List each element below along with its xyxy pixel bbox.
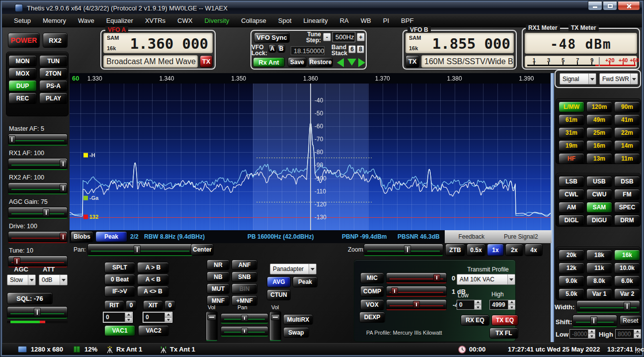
slider-master-af-5[interactable] (8, 134, 68, 146)
slider-thumb[interactable] (391, 287, 398, 295)
band-16m[interactable]: 16m (586, 140, 612, 151)
mic-slider[interactable] (386, 272, 447, 283)
tune-step-minus-button[interactable]: - (323, 33, 331, 41)
tx-fl-button[interactable]: TX FL (489, 328, 518, 339)
sql-slider[interactable] (7, 306, 68, 319)
slider-thumb[interactable] (43, 208, 50, 217)
zoom-0-5x[interactable]: 0.5x (467, 244, 485, 256)
tx-meter-mode-combo[interactable]: Fwd SWR (599, 73, 638, 85)
avg-button[interactable]: AVG (267, 276, 291, 287)
menu-wave[interactable]: Wave (72, 17, 100, 24)
save-button[interactable]: Save (288, 57, 307, 67)
vfo-b-tx-button[interactable]: TX (405, 55, 419, 68)
menu-collapse[interactable]: Collapse (235, 17, 272, 24)
center-button[interactable]: Center (191, 244, 214, 256)
blobs-button[interactable]: Blobs (71, 231, 93, 242)
chevron-down-icon[interactable] (588, 74, 596, 84)
dexp-button[interactable]: DEXP (359, 312, 385, 323)
tx-high-spinner[interactable]: 4999 (489, 300, 515, 310)
band-stack-6-button[interactable]: 6 (348, 45, 356, 53)
mute-button[interactable]: MUT (207, 283, 230, 294)
feedback-label[interactable]: Feedback (458, 233, 484, 240)
zoom-1x[interactable]: 1x (487, 244, 504, 256)
filter-var-2[interactable]: Var 2 (614, 288, 640, 299)
band-49m[interactable]: 49m (586, 114, 612, 125)
menu-spot[interactable]: Spot (272, 17, 298, 24)
swap-button[interactable]: Swap (283, 327, 309, 338)
band-22m[interactable]: 22m (614, 127, 640, 138)
mode-digl[interactable]: DIGL (559, 215, 584, 226)
menu-linearity[interactable]: Linearity (298, 17, 334, 24)
mode-drm[interactable]: DRM (614, 215, 640, 226)
slider-thumb[interactable] (404, 245, 411, 254)
restore-button[interactable]: Restore (308, 57, 333, 67)
spin-up-icon[interactable] (165, 313, 171, 318)
vfo-lock-a-button[interactable]: A (268, 44, 276, 53)
rx2-button[interactable]: RX2 (43, 33, 68, 48)
mode-cwu[interactable]: CWU (586, 189, 612, 200)
band-14m[interactable]: 14m (614, 140, 640, 151)
menu-wb[interactable]: WB (355, 17, 377, 24)
rit-button[interactable]: RIT (104, 300, 124, 310)
tx-low-spinner[interactable]: 0 (457, 300, 482, 310)
multirx-button[interactable]: MultiRX (283, 314, 313, 325)
ctl-mox[interactable]: MOX (8, 68, 37, 79)
menu-diversity[interactable]: Diversity (198, 17, 235, 24)
display-peak-button[interactable]: Peak (293, 276, 318, 287)
band-90m[interactable]: 90m (614, 101, 640, 112)
anf-button[interactable]: ANF (232, 260, 257, 270)
band-11m[interactable]: 11m (614, 153, 640, 164)
filter-11k[interactable]: 11k (586, 263, 612, 273)
vox-slider[interactable] (386, 299, 447, 310)
chevron-down-icon[interactable] (309, 264, 316, 274)
slider-thumb[interactable] (13, 257, 20, 266)
tx-eq-button[interactable]: TX EQ (491, 315, 518, 326)
rx2-pan-slider[interactable] (221, 326, 268, 337)
chevron-down-icon[interactable] (60, 275, 67, 285)
xit-button[interactable]: XIT (143, 300, 163, 310)
band-l-mw[interactable]: L/MW (559, 101, 584, 112)
minimize-button[interactable] (588, 1, 602, 10)
slider-thumb[interactable] (413, 301, 420, 308)
rx-eq-button[interactable]: RX EQ (461, 315, 489, 326)
menu-equalizer[interactable]: Equalizer (100, 17, 139, 24)
slider-thumb[interactable] (34, 308, 41, 317)
agc-combo[interactable]: Slow (7, 274, 36, 285)
mode-sam[interactable]: SAM (586, 202, 612, 213)
filter-16k[interactable]: 16k (614, 250, 640, 261)
mode-usb[interactable]: USB (586, 176, 612, 187)
if-to-v-button[interactable]: IF->V (104, 286, 135, 297)
slider-thumb[interactable] (8, 135, 15, 144)
vac2-button[interactable]: VAC2 (138, 325, 169, 336)
shift-reset-button[interactable]: Reset (620, 315, 642, 326)
band-41m[interactable]: 41m (614, 114, 640, 125)
filter-18k[interactable]: 18k (586, 250, 612, 261)
vfo-a-band-name[interactable]: Broadcast AM Med Wave (103, 55, 198, 68)
shift-slider[interactable] (572, 315, 617, 327)
rx-ant-button[interactable]: Rx Ant (253, 57, 285, 67)
ctl-mon[interactable]: MON (8, 55, 37, 67)
panadapter-spectrum[interactable] (70, 73, 552, 230)
filter-8-0k[interactable]: 8.0k (586, 275, 612, 286)
xit-value-button[interactable]: 0 (164, 300, 175, 310)
zoom-ztb[interactable]: ZTB (445, 244, 465, 256)
vfo-sync-button[interactable]: VFO Sync (254, 32, 290, 43)
slider-drive-100[interactable] (8, 231, 68, 243)
band-25m[interactable]: 25m (586, 127, 612, 138)
vfo-b-band-name[interactable]: 160M SSB/SSTV/Wide Ba (421, 55, 514, 68)
mode-spec[interactable]: SPEC (614, 202, 640, 213)
vfo-b-display[interactable]: SAM 16k 1.855 000 (405, 33, 514, 53)
snb-button[interactable]: SNB (232, 271, 257, 282)
menu-ra[interactable]: RA (334, 17, 355, 24)
pan-slider[interactable] (87, 244, 193, 256)
slider-thumb[interactable] (590, 316, 597, 325)
xit-spinner[interactable]: 0 (143, 312, 172, 322)
slider-thumb[interactable] (134, 245, 141, 254)
display-mode-combo[interactable]: Panadapter (270, 264, 317, 274)
att-combo[interactable]: 0dB (39, 274, 68, 285)
tune-step-plus-button[interactable]: + (357, 33, 365, 41)
band-31m[interactable]: 31m (559, 127, 584, 138)
menu-setup[interactable]: Setup (8, 17, 37, 24)
ctl-2ton[interactable]: 2TON (39, 68, 68, 79)
band-stack-8-button[interactable]: 8 (357, 45, 364, 53)
